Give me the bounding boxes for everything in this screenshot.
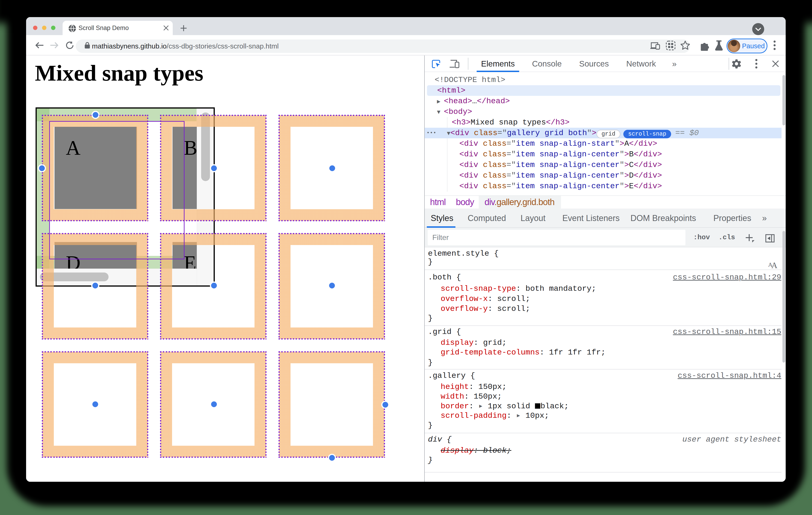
svg-text:A: A <box>771 261 777 270</box>
